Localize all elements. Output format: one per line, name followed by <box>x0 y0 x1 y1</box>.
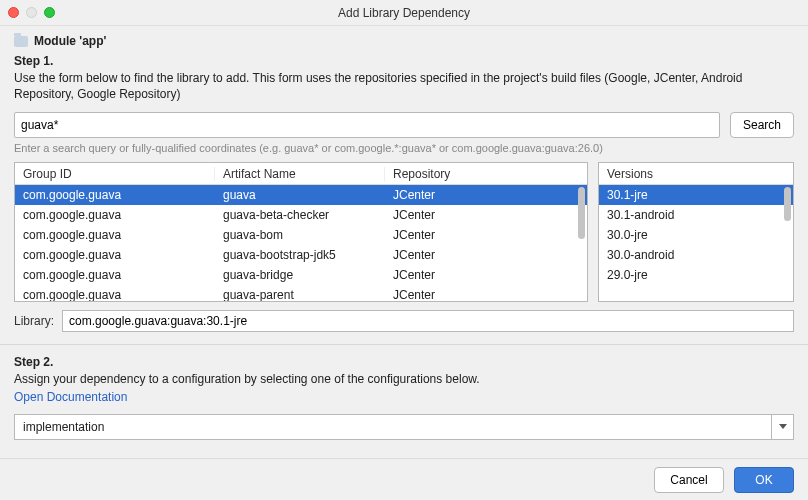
configuration-select[interactable]: implementation <box>14 414 794 440</box>
version-row[interactable]: 30.1-android <box>599 205 793 225</box>
scrollbar-thumb[interactable] <box>578 187 585 239</box>
search-input[interactable] <box>14 112 720 138</box>
version-row[interactable]: 30.0-android <box>599 245 793 265</box>
ok-button[interactable]: OK <box>734 467 794 493</box>
cell-group: com.google.guava <box>15 188 215 202</box>
window-title: Add Library Dependency <box>8 6 800 20</box>
chevron-down-icon[interactable] <box>771 415 793 439</box>
search-hint: Enter a search query or fully-qualified … <box>14 142 794 154</box>
cell-repo: JCenter <box>385 228 587 242</box>
configuration-value: implementation <box>23 420 104 434</box>
cell-artifact: guava-beta-checker <box>215 208 385 222</box>
versions-header: Versions <box>599 163 793 185</box>
library-label: Library: <box>14 314 54 328</box>
results-table[interactable]: Group ID Artifact Name Repository com.go… <box>14 162 588 302</box>
library-input[interactable] <box>62 310 794 332</box>
cell-version: 30.1-jre <box>599 188 793 202</box>
versions-table[interactable]: Versions 30.1-jre30.1-android30.0-jre30.… <box>598 162 794 302</box>
module-header: Module 'app' <box>14 34 794 48</box>
col-versions[interactable]: Versions <box>599 167 793 181</box>
cell-repo: JCenter <box>385 208 587 222</box>
cell-version: 30.0-jre <box>599 228 793 242</box>
cell-version: 30.0-android <box>599 248 793 262</box>
results-header: Group ID Artifact Name Repository <box>15 163 587 185</box>
cell-artifact: guava <box>215 188 385 202</box>
cell-artifact: guava-bom <box>215 228 385 242</box>
cell-repo: JCenter <box>385 268 587 282</box>
search-button[interactable]: Search <box>730 112 794 138</box>
folder-icon <box>14 36 28 47</box>
version-row[interactable]: 30.1-jre <box>599 185 793 205</box>
step1-desc: Use the form below to find the library t… <box>14 70 794 102</box>
cell-artifact: guava-bridge <box>215 268 385 282</box>
cell-group: com.google.guava <box>15 228 215 242</box>
cell-group: com.google.guava <box>15 248 215 262</box>
cell-group: com.google.guava <box>15 268 215 282</box>
table-row[interactable]: com.google.guavaguava-parentJCenter <box>15 285 587 302</box>
table-row[interactable]: com.google.guavaguavaJCenter <box>15 185 587 205</box>
version-row[interactable]: 29.0-jre <box>599 265 793 285</box>
cell-repo: JCenter <box>385 188 587 202</box>
version-row[interactable]: 30.0-jre <box>599 225 793 245</box>
titlebar: Add Library Dependency <box>0 0 808 26</box>
cell-repo: JCenter <box>385 248 587 262</box>
table-row[interactable]: com.google.guavaguava-bootstrap-jdk5JCen… <box>15 245 587 265</box>
table-row[interactable]: com.google.guavaguava-bomJCenter <box>15 225 587 245</box>
cell-artifact: guava-parent <box>215 288 385 302</box>
table-row[interactable]: com.google.guavaguava-bridgeJCenter <box>15 265 587 285</box>
minimize-icon <box>26 7 37 18</box>
cell-group: com.google.guava <box>15 208 215 222</box>
step2-desc: Assign your dependency to a configuratio… <box>14 371 794 387</box>
scrollbar-thumb[interactable] <box>784 187 791 221</box>
close-icon[interactable] <box>8 7 19 18</box>
cell-repo: JCenter <box>385 288 587 302</box>
dialog-footer: Cancel OK <box>0 458 808 500</box>
divider <box>0 344 808 345</box>
cell-version: 30.1-android <box>599 208 793 222</box>
open-documentation-link[interactable]: Open Documentation <box>14 390 794 404</box>
window-controls <box>8 7 55 18</box>
cancel-button[interactable]: Cancel <box>654 467 724 493</box>
step2-title: Step 2. <box>14 355 794 369</box>
module-label: Module 'app' <box>34 34 106 48</box>
cell-artifact: guava-bootstrap-jdk5 <box>215 248 385 262</box>
table-row[interactable]: com.google.guavaguava-beta-checkerJCente… <box>15 205 587 225</box>
cell-group: com.google.guava <box>15 288 215 302</box>
cell-version: 29.0-jre <box>599 268 793 282</box>
col-group[interactable]: Group ID <box>15 167 215 181</box>
col-artifact[interactable]: Artifact Name <box>215 167 385 181</box>
step1-title: Step 1. <box>14 54 794 68</box>
col-repo[interactable]: Repository <box>385 167 587 181</box>
maximize-icon[interactable] <box>44 7 55 18</box>
